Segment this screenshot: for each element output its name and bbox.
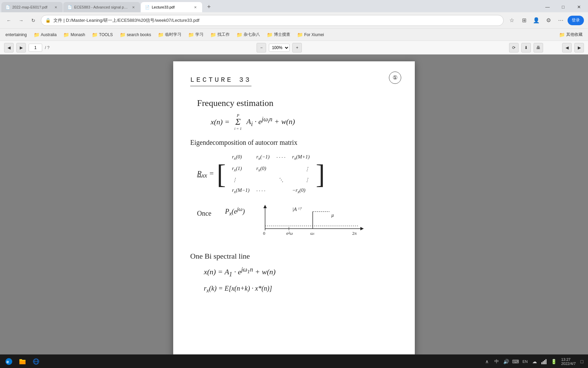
matrix-table: rx(0) rx(−1) · · · · rx(M+1) rx(1) rx(0)… <box>229 152 313 197</box>
folder-icon: 📁 <box>120 32 126 37</box>
pdf-next-button[interactable]: ▶ <box>16 43 26 52</box>
svg-rect-20 <box>19 359 22 361</box>
tab3-label: Lecture33.pdf <box>152 5 175 9</box>
bookmark-australia-label: Australia <box>41 32 57 37</box>
frequency-title: Frequency estimation <box>197 96 398 110</box>
svg-text:μ: μ <box>331 213 334 218</box>
lecture-title: LECTURE 33 <box>190 75 251 86</box>
tab2-label: ECE5883 - Advanced signal proc... <box>74 5 129 9</box>
address-bar[interactable]: 🔒 文件 | D:/Master-Leaning/研一上/ECE5883%20信… <box>41 15 504 26</box>
refresh-button[interactable]: ↻ <box>29 16 38 25</box>
bookmarks-bar: entertaining 📁 Australia 📁 Monash 📁 TOOL… <box>0 29 588 41</box>
bookmark-search-books[interactable]: 📁 search books <box>117 31 154 39</box>
print-button[interactable]: 🖶 <box>534 43 543 52</box>
folder-icon: 📁 <box>158 32 164 37</box>
spectral-line-title: One Bi spectral line <box>190 250 398 262</box>
folder-icon: 📁 <box>34 32 39 37</box>
system-tray: ∧ 中 🔊 ⌨ EN ☁ 🔋 13:27 2022/4/7 □ <box>484 357 585 366</box>
bookmark-tools[interactable]: 📁 TOOLS <box>89 31 115 39</box>
svg-rect-27 <box>545 359 546 364</box>
prev-page2[interactable]: ◀ <box>562 43 572 52</box>
clock: 13:27 2022/4/7 <box>561 357 576 366</box>
svg-text:2π: 2π <box>352 231 357 236</box>
folder-icon: 📁 <box>559 32 565 37</box>
bookmark-xiumei-label: For Xiumei <box>304 32 324 37</box>
svg-rect-25 <box>543 361 544 364</box>
spectral-formula: Px(ejω) <box>225 205 245 218</box>
bookmark-博士搅查[interactable]: 📁 博士搅查 <box>264 30 293 39</box>
pdf-content: LECTURE 33 Frequency estimation x(n) = P… <box>190 75 398 295</box>
taskbar-ie[interactable] <box>30 355 42 368</box>
pdf-prev-button[interactable]: ◀ <box>4 43 14 52</box>
tab-pdf1[interactable]: 📄 2022-map-E601?.pdf ✕ <box>1 2 63 12</box>
folder-icon: 📁 <box>210 32 216 37</box>
taskbar-edge[interactable]: e <box>3 355 15 368</box>
tab1-close[interactable]: ✕ <box>53 4 59 10</box>
bookmark-forxiumei[interactable]: 📁 For Xiumei <box>294 31 327 39</box>
zoom-select[interactable]: 100% 75% 150% <box>269 44 290 52</box>
page-number-circle: ① <box>389 72 401 84</box>
close-button[interactable]: ✕ <box>571 1 587 12</box>
minimize-button[interactable]: — <box>540 1 555 12</box>
svg-text:0: 0 <box>263 231 265 236</box>
folder-icon: 📁 <box>267 32 273 37</box>
toolbar-right: ☆ ⊞ 👤 ⚙ ⋯ 登录 <box>506 15 584 26</box>
rotate-button[interactable]: ⟳ <box>509 43 519 52</box>
bookmark-学习[interactable]: 📁 学习 <box>185 30 206 39</box>
taskbar-file-explorer[interactable] <box>16 355 29 368</box>
svg-text:e: e <box>6 359 9 364</box>
maximize-button[interactable]: □ <box>555 1 571 12</box>
notification-icon[interactable]: □ <box>578 358 585 365</box>
svg-text:|²: |² <box>300 206 302 210</box>
bookmark-other[interactable]: 📁 其他收藏 <box>556 30 585 39</box>
collections-button[interactable]: ⊞ <box>519 15 529 26</box>
zoom-out-button[interactable]: − <box>257 43 266 52</box>
tray-keyboard-icon[interactable]: ⌨ <box>512 358 519 365</box>
taskbar: e ∧ 中 🔊 ⌨ EN ☁ <box>0 354 588 368</box>
window-controls: — □ ✕ <box>540 1 587 12</box>
settings-button[interactable]: ⋯ <box>555 15 566 26</box>
bookmark-monash[interactable]: 📁 Monash <box>61 31 88 39</box>
folder-icon: 📁 <box>92 32 98 37</box>
frequency-section: Frequency estimation x(n) = P Σ i = 1 Ai… <box>197 96 398 131</box>
bookmark-找工作[interactable]: 📁 找工作 <box>208 30 232 39</box>
bookmark-杂七杂八[interactable]: 📁 杂七杂八 <box>234 30 263 39</box>
favorites-button[interactable]: ☆ <box>506 15 517 26</box>
forward-button[interactable]: → <box>16 16 26 25</box>
svg-text:|A: |A <box>292 206 297 212</box>
pdf-toolbar: ◀ ▶ / ? − 100% 75% 150% + ⟳ ⬇ 🖶 ◀ ▶ <box>0 41 588 55</box>
extensions-button[interactable]: ⚙ <box>543 15 554 26</box>
bookmark-临时学习[interactable]: 📁 临时学习 <box>155 30 184 39</box>
new-tab-button[interactable]: + <box>204 2 214 12</box>
tray-en-icon[interactable]: EN <box>522 358 528 365</box>
tab2-close[interactable]: ✕ <box>131 4 136 10</box>
page-number-input[interactable] <box>29 44 42 52</box>
tray-audio-icon[interactable]: 🔊 <box>503 358 509 365</box>
svg-rect-19 <box>19 361 26 364</box>
bookmark-australia[interactable]: 📁 Australia <box>31 31 60 39</box>
svg-rect-24 <box>541 362 542 364</box>
tab3-close[interactable]: ✕ <box>193 4 198 10</box>
tabs-bar: 📄 2022-map-E601?.pdf ✕ 📄 ECE5883 - Advan… <box>0 0 588 12</box>
bookmark-entertaining[interactable]: entertaining <box>3 31 30 39</box>
tray-cloud-icon[interactable]: ☁ <box>531 358 538 365</box>
tab-ece5883[interactable]: 📄 ECE5883 - Advanced signal proc... ✕ <box>63 2 140 12</box>
next-page2[interactable]: ▶ <box>574 43 584 52</box>
bookmark-other-label: 其他收藏 <box>566 32 583 37</box>
bookmark-xuexi-label: 学习 <box>195 32 203 37</box>
address-text: 文件 | D:/Master-Leaning/研一上/ECE5883%20信号/… <box>53 17 499 24</box>
svg-text:σ²ω: σ²ω <box>286 231 293 236</box>
zoom-in-button[interactable]: + <box>292 43 302 52</box>
tray-battery-icon[interactable]: 🔋 <box>550 358 557 365</box>
spectral-line-section: One Bi spectral line x(n) = A1 · ejω1n +… <box>190 250 398 295</box>
back-button[interactable]: ← <box>4 16 14 25</box>
profile-button[interactable]: 👤 <box>531 15 542 26</box>
download-button[interactable]: ⬇ <box>521 43 531 52</box>
tray-expand-icon[interactable]: ∧ <box>484 358 490 365</box>
tab1-label: 2022-map-E601?.pdf <box>12 5 47 9</box>
tab-lecture33[interactable]: 📄 Lecture33.pdf ✕ <box>141 2 202 12</box>
tray-network-icon[interactable] <box>541 358 548 365</box>
login-button[interactable]: 登录 <box>568 16 584 25</box>
folder-icon: 📁 <box>188 32 194 37</box>
tray-ime-icon[interactable]: 中 <box>493 358 500 365</box>
